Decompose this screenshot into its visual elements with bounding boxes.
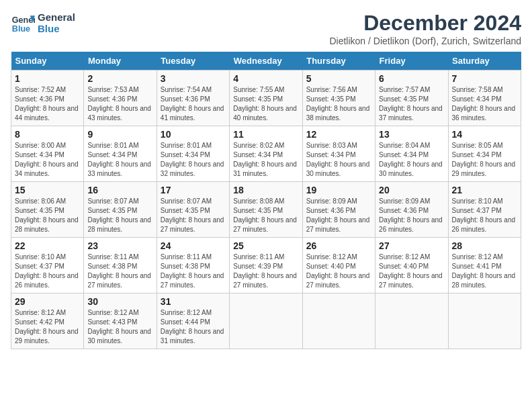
day-info: Sunrise: 7:56 AMSunset: 4:35 PMDaylight:… — [306, 86, 370, 122]
day-info: Sunrise: 8:05 AMSunset: 4:34 PMDaylight:… — [452, 142, 516, 177]
day-info: Sunrise: 7:58 AMSunset: 4:34 PMDaylight:… — [452, 86, 516, 122]
day-number: 28 — [452, 240, 517, 251]
day-number: 13 — [379, 129, 444, 140]
weekday-thursday: Thursday — [302, 52, 375, 71]
calendar-cell: 12 Sunrise: 8:03 AMSunset: 4:34 PMDaylig… — [302, 126, 375, 182]
day-number: 31 — [161, 296, 226, 307]
day-number: 19 — [306, 185, 371, 195]
day-number: 27 — [379, 240, 444, 251]
day-number: 29 — [15, 296, 80, 307]
day-info: Sunrise: 8:10 AMSunset: 4:37 PMDaylight:… — [15, 253, 79, 289]
calendar-cell: 27 Sunrise: 8:12 AMSunset: 4:40 PMDaylig… — [375, 238, 448, 293]
day-info: Sunrise: 8:12 AMSunset: 4:40 PMDaylight:… — [306, 253, 370, 289]
day-number: 1 — [15, 73, 80, 84]
day-number: 26 — [306, 240, 371, 251]
day-info: Sunrise: 8:10 AMSunset: 4:37 PMDaylight:… — [452, 197, 516, 233]
weekday-friday: Friday — [375, 52, 448, 71]
calendar-cell: 11 Sunrise: 8:02 AMSunset: 4:34 PMDaylig… — [230, 126, 302, 182]
calendar-cell: 16 Sunrise: 8:07 AMSunset: 4:35 PMDaylig… — [84, 182, 157, 238]
calendar-cell: 8 Sunrise: 8:00 AMSunset: 4:34 PMDayligh… — [11, 126, 84, 182]
day-info: Sunrise: 8:01 AMSunset: 4:34 PMDaylight:… — [161, 142, 224, 177]
calendar-week-4: 22 Sunrise: 8:10 AMSunset: 4:37 PMDaylig… — [11, 238, 521, 293]
calendar-cell: 4 Sunrise: 7:55 AMSunset: 4:35 PMDayligh… — [230, 71, 302, 126]
day-info: Sunrise: 8:03 AMSunset: 4:34 PMDaylight:… — [306, 142, 370, 177]
calendar-cell: 17 Sunrise: 8:07 AMSunset: 4:35 PMDaylig… — [157, 182, 229, 238]
day-number: 10 — [161, 129, 226, 140]
calendar-week-2: 8 Sunrise: 8:00 AMSunset: 4:34 PMDayligh… — [11, 126, 521, 182]
day-number: 4 — [233, 73, 298, 84]
calendar-cell: 14 Sunrise: 8:05 AMSunset: 4:34 PMDaylig… — [448, 126, 521, 182]
day-info: Sunrise: 8:06 AMSunset: 4:35 PMDaylight:… — [15, 197, 79, 233]
day-info: Sunrise: 8:12 AMSunset: 4:44 PMDaylight:… — [161, 309, 224, 345]
calendar-cell: 1 Sunrise: 7:52 AMSunset: 4:36 PMDayligh… — [11, 71, 84, 126]
day-number: 16 — [87, 185, 152, 195]
page-header: General Blue General Blue December 2024 … — [11, 11, 521, 46]
day-number: 21 — [452, 185, 517, 195]
calendar-cell: 10 Sunrise: 8:01 AMSunset: 4:34 PMDaylig… — [157, 126, 229, 182]
calendar-cell: 23 Sunrise: 8:11 AMSunset: 4:38 PMDaylig… — [84, 238, 157, 293]
calendar-cell — [302, 293, 375, 349]
calendar-cell: 21 Sunrise: 8:10 AMSunset: 4:37 PMDaylig… — [448, 182, 521, 238]
day-info: Sunrise: 8:07 AMSunset: 4:35 PMDaylight:… — [161, 197, 224, 233]
logo-text-blue: Blue — [38, 23, 75, 34]
calendar-cell: 6 Sunrise: 7:57 AMSunset: 4:35 PMDayligh… — [375, 71, 448, 126]
calendar-cell: 19 Sunrise: 8:09 AMSunset: 4:36 PMDaylig… — [302, 182, 375, 238]
day-number: 15 — [15, 185, 80, 195]
calendar-cell: 2 Sunrise: 7:53 AMSunset: 4:36 PMDayligh… — [84, 71, 157, 126]
day-number: 24 — [161, 240, 226, 251]
calendar-cell: 22 Sunrise: 8:10 AMSunset: 4:37 PMDaylig… — [11, 238, 84, 293]
calendar-cell: 29 Sunrise: 8:12 AMSunset: 4:42 PMDaylig… — [11, 293, 84, 349]
logo: General Blue General Blue — [11, 11, 75, 35]
calendar-cell: 3 Sunrise: 7:54 AMSunset: 4:36 PMDayligh… — [157, 71, 229, 126]
day-number: 18 — [233, 185, 298, 195]
day-number: 11 — [233, 129, 298, 140]
day-number: 6 — [379, 73, 444, 84]
day-info: Sunrise: 8:07 AMSunset: 4:35 PMDaylight:… — [87, 197, 151, 233]
day-info: Sunrise: 8:12 AMSunset: 4:43 PMDaylight:… — [87, 309, 151, 345]
day-info: Sunrise: 8:00 AMSunset: 4:34 PMDaylight:… — [15, 142, 79, 177]
calendar-cell: 25 Sunrise: 8:11 AMSunset: 4:39 PMDaylig… — [230, 238, 302, 293]
calendar-cell: 28 Sunrise: 8:12 AMSunset: 4:41 PMDaylig… — [448, 238, 521, 293]
day-info: Sunrise: 7:57 AMSunset: 4:35 PMDaylight:… — [379, 86, 443, 122]
month-title: December 2024 — [329, 11, 521, 36]
calendar-week-3: 15 Sunrise: 8:06 AMSunset: 4:35 PMDaylig… — [11, 182, 521, 238]
day-number: 14 — [452, 129, 517, 140]
calendar-cell: 18 Sunrise: 8:08 AMSunset: 4:35 PMDaylig… — [230, 182, 302, 238]
logo-text-general: General — [38, 11, 75, 23]
day-number: 5 — [306, 73, 371, 84]
day-info: Sunrise: 8:01 AMSunset: 4:34 PMDaylight:… — [87, 142, 151, 177]
day-info: Sunrise: 8:12 AMSunset: 4:41 PMDaylight:… — [452, 253, 516, 289]
day-info: Sunrise: 8:09 AMSunset: 4:36 PMDaylight:… — [306, 197, 370, 233]
day-number: 9 — [87, 129, 152, 140]
calendar-cell: 26 Sunrise: 8:12 AMSunset: 4:40 PMDaylig… — [302, 238, 375, 293]
calendar-cell: 30 Sunrise: 8:12 AMSunset: 4:43 PMDaylig… — [84, 293, 157, 349]
title-block: December 2024 Dietlikon / Dietlikon (Dor… — [329, 11, 521, 46]
calendar-cell: 5 Sunrise: 7:56 AMSunset: 4:35 PMDayligh… — [302, 71, 375, 126]
day-number: 30 — [87, 296, 152, 307]
weekday-saturday: Saturday — [448, 52, 521, 71]
weekday-sunday: Sunday — [11, 52, 84, 71]
day-info: Sunrise: 8:04 AMSunset: 4:34 PMDaylight:… — [379, 142, 443, 177]
weekday-tuesday: Tuesday — [157, 52, 229, 71]
calendar-cell — [375, 293, 448, 349]
calendar-week-5: 29 Sunrise: 8:12 AMSunset: 4:42 PMDaylig… — [11, 293, 521, 349]
day-number: 20 — [379, 185, 444, 195]
day-info: Sunrise: 8:11 AMSunset: 4:38 PMDaylight:… — [87, 253, 151, 289]
calendar-table: SundayMondayTuesdayWednesdayThursdayFrid… — [11, 52, 521, 349]
day-number: 8 — [15, 129, 80, 140]
calendar-cell: 15 Sunrise: 8:06 AMSunset: 4:35 PMDaylig… — [11, 182, 84, 238]
calendar-cell: 20 Sunrise: 8:09 AMSunset: 4:36 PMDaylig… — [375, 182, 448, 238]
weekday-monday: Monday — [84, 52, 157, 71]
day-info: Sunrise: 7:55 AMSunset: 4:35 PMDaylight:… — [233, 86, 297, 122]
day-info: Sunrise: 7:53 AMSunset: 4:36 PMDaylight:… — [87, 86, 151, 122]
logo-icon: General Blue — [11, 11, 35, 35]
day-info: Sunrise: 8:02 AMSunset: 4:34 PMDaylight:… — [233, 142, 297, 177]
calendar-cell: 31 Sunrise: 8:12 AMSunset: 4:44 PMDaylig… — [157, 293, 229, 349]
calendar-cell: 24 Sunrise: 8:11 AMSunset: 4:38 PMDaylig… — [157, 238, 229, 293]
day-number: 12 — [306, 129, 371, 140]
weekday-wednesday: Wednesday — [230, 52, 302, 71]
svg-text:Blue: Blue — [12, 24, 30, 34]
day-number: 2 — [87, 73, 152, 84]
day-info: Sunrise: 8:09 AMSunset: 4:36 PMDaylight:… — [379, 197, 443, 233]
day-info: Sunrise: 7:54 AMSunset: 4:36 PMDaylight:… — [161, 86, 224, 122]
